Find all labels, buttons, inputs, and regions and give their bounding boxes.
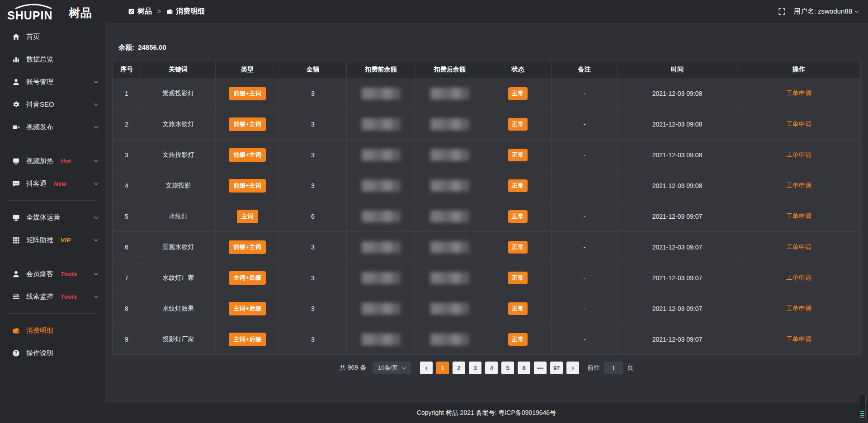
table-row: 3文旅投影灯前缀+主词3正常-2021-12-03 09:08工单申请 [113, 140, 861, 170]
next-page-button[interactable]: › [566, 362, 579, 374]
work-order-link[interactable]: 工单申请 [786, 274, 811, 281]
masked-balance-before [362, 272, 401, 284]
cell-keyword: 文旅投影 [141, 170, 216, 201]
cell-type: 主词 [216, 201, 279, 232]
page-size-select[interactable]: 10条/页 [373, 362, 411, 374]
table-row: 7水纹灯厂家主词+后缀3正常-2021-12-03 09:07工单申请 [113, 263, 861, 293]
breadcrumb-current[interactable]: 消费明细 [166, 7, 205, 16]
cell-amount: 3 [279, 263, 347, 293]
cell-action: 工单申请 [737, 170, 860, 201]
sidebar-item-douyin-seo[interactable]: 抖音SEO [0, 93, 105, 116]
breadcrumb-separator: > [157, 8, 161, 15]
app-logo: SHUPIN 树品 [0, 0, 105, 25]
page-button-4[interactable]: 4 [485, 362, 498, 374]
column-header: 关键词 [141, 61, 216, 78]
chevron-down-icon [94, 237, 99, 241]
sidebar-item-lead-monitor[interactable]: 线索监控Tools [0, 285, 105, 308]
chevron-down-icon [94, 79, 99, 83]
work-order-link[interactable]: 工单申请 [786, 212, 811, 220]
sidebar-item-matrix-boost[interactable]: 矩阵助推VIP [0, 229, 105, 251]
cell-index: 3 [113, 140, 141, 170]
sidebar-divider [8, 257, 97, 257]
cell-action: 工单申请 [737, 109, 860, 140]
sidebar-item-home[interactable]: 首页 [0, 25, 105, 48]
work-order-link[interactable]: 工单申请 [786, 182, 811, 189]
cell-remark: - [552, 324, 618, 355]
more-pages-button[interactable]: ••• [534, 362, 547, 374]
sidebar-item-data-overview[interactable]: 数据总览 [0, 48, 105, 70]
sidebar-item-all-media-operation[interactable]: 全媒体运营 [0, 206, 105, 229]
cell-balance-before [346, 78, 415, 109]
sidebar-item-video-publish[interactable]: 视频发布 [0, 116, 105, 138]
masked-balance-before [362, 88, 401, 99]
video-icon [12, 123, 20, 131]
page-button-5[interactable]: 5 [501, 362, 514, 374]
sidebar-item-label: 首页 [26, 33, 40, 41]
breadcrumb-root[interactable]: 树品 [128, 7, 152, 16]
logo-text-en: SHUPIN [7, 9, 52, 22]
sidebar-item-member-baoke[interactable]: 会员爆客Tools [0, 263, 105, 285]
fullscreen-icon[interactable] [778, 8, 786, 15]
cell-action: 工单申请 [737, 140, 860, 170]
cell-time: 2021-12-03 09:07 [618, 293, 737, 324]
cell-amount: 3 [279, 293, 347, 324]
cell-time: 2021-12-03 09:07 [618, 324, 737, 355]
type-badge: 前缀+主词 [229, 87, 266, 100]
page-button-6[interactable]: 6 [518, 362, 530, 374]
user-menu[interactable]: 用户名: zswodun88 [794, 7, 858, 16]
work-order-link[interactable]: 工单申请 [786, 89, 811, 97]
jump-page-input[interactable]: 1 [604, 362, 623, 374]
monitor-icon [12, 214, 20, 221]
cell-action: 工单申请 [737, 232, 860, 263]
cell-balance-before [346, 140, 415, 170]
cell-keyword: 水纹灯效果 [141, 293, 216, 324]
cell-type: 主词+后缀 [216, 293, 279, 324]
cell-keyword: 水纹灯厂家 [141, 263, 216, 293]
page-button-3[interactable]: 3 [469, 362, 481, 374]
sidebar-item-operation-guide[interactable]: ?操作说明 [0, 342, 105, 364]
sidebar-item-consumption-detail[interactable]: 消费明细 [0, 319, 105, 342]
cell-type: 主词+后缀 [216, 324, 279, 355]
work-order-link[interactable]: 工单申请 [786, 120, 811, 127]
sidebar-item-video-heat[interactable]: 视频加热Hot [0, 150, 105, 172]
status-badge: 正常 [508, 87, 528, 100]
table-row: 5水纹灯主词6正常-2021-12-03 09:07工单申请 [113, 201, 861, 232]
sidebar-item-label: 线索监控 [26, 292, 53, 301]
status-badge: 正常 [508, 149, 528, 161]
page-jump: 前往 1 页 [587, 362, 633, 374]
column-header: 时间 [618, 61, 737, 78]
cell-keyword: 景观水纹灯 [141, 232, 216, 263]
page-button-2[interactable]: 2 [453, 362, 465, 374]
sliders-icon [12, 293, 20, 301]
masked-balance-before [362, 211, 401, 222]
main-content: 余额: 24856.00 序号关键词类型金额扣费前余额扣费后余额状态备注时间操作… [105, 23, 868, 403]
cell-type: 主词+后缀 [216, 263, 279, 293]
sidebar-menu: 首页数据总览账号管理抖音SEO视频发布视频加热Hot抖客通New全媒体运营矩阵助… [0, 25, 105, 364]
table-row: 1景观投影灯前缀+主词3正常-2021-12-03 09:08工单申请 [113, 78, 861, 109]
type-badge: 前缀+主词 [229, 240, 266, 254]
table-row: 2文旅水纹灯前缀+主词3正常-2021-12-03 09:08工单申请 [113, 109, 861, 140]
work-order-link[interactable]: 工单申请 [786, 335, 811, 343]
cell-amount: 3 [279, 140, 347, 170]
balance-value: 24856.00 [138, 43, 166, 51]
topbar-right: 用户名: zswodun88 [778, 7, 858, 16]
masked-balance-before [362, 334, 401, 345]
column-header: 状态 [484, 61, 552, 78]
sidebar-item-account-management[interactable]: 账号管理 [0, 70, 105, 93]
table-row: 6景观水纹灯前缀+主词3正常-2021-12-03 09:07工单申请 [113, 232, 861, 263]
page-button-97[interactable]: 97 [550, 362, 563, 374]
work-order-link[interactable]: 工单申请 [786, 305, 811, 312]
work-order-link[interactable]: 工单申请 [786, 151, 811, 158]
breadcrumb-root-label: 树品 [137, 7, 152, 16]
work-order-link[interactable]: 工单申请 [786, 243, 811, 250]
cell-index: 6 [113, 232, 141, 263]
page-button-1[interactable]: 1 [436, 362, 449, 374]
status-badge: 正常 [508, 179, 528, 192]
masked-balance-after [430, 272, 469, 284]
pagination-total: 共 969 条 [340, 364, 366, 372]
prev-page-button[interactable]: ‹ [420, 362, 433, 374]
cell-balance-after [415, 293, 484, 324]
sidebar-item-douketong[interactable]: 抖客通New [0, 172, 105, 195]
cell-type: 前缀+主词 [216, 170, 279, 201]
username-label: 用户名: zswodun88 [794, 7, 852, 16]
